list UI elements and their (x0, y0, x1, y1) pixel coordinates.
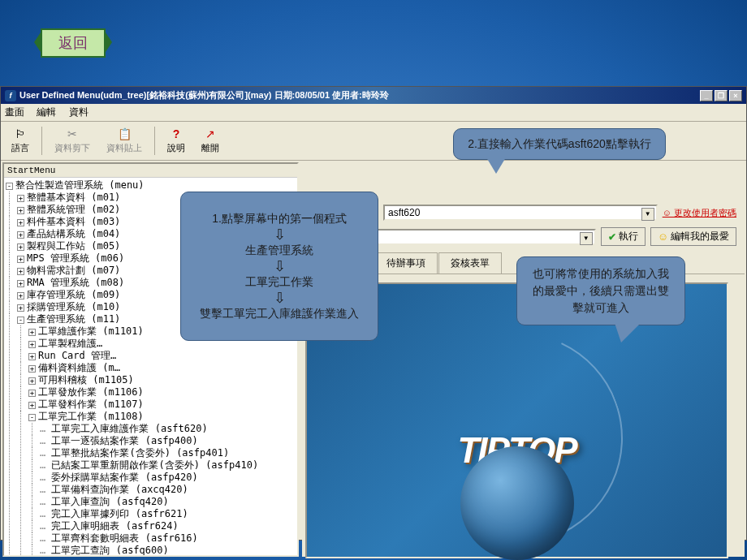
tree-label[interactable]: 工單備料查詢作業 (axcq420) (51, 484, 188, 495)
tree-label[interactable]: 工單齊料套數明細表 (asfr616) (51, 532, 197, 544)
tree-item: … 工單整批結案作業(含委外) (asfp401) (28, 447, 296, 459)
menu-data[interactable]: 資料 (69, 106, 89, 118)
menu-edit[interactable]: 編輯 (37, 106, 56, 118)
globe-icon (460, 446, 574, 560)
tree-label[interactable]: 工單維護作業 (m1101) (38, 325, 144, 337)
tree-label[interactable]: 工單完工入庫維護作業 (asft620) (51, 423, 207, 434)
expand-icon[interactable]: + (17, 256, 24, 263)
code-input[interactable]: asft620 (383, 205, 658, 221)
tree-item: +可用料稽核 (m1105) (17, 374, 296, 386)
tree-item: … 工單齊料套數明細表 (asfr616) (28, 532, 296, 545)
collapse-icon[interactable]: - (6, 183, 13, 190)
tree-item: … 完工入庫單據列印 (asfr621) (28, 508, 296, 520)
tree-label[interactable]: 工單一逐張結案作業 (asfp400) (51, 435, 197, 446)
expand-icon[interactable]: + (28, 341, 36, 348)
tree-item: +Run Card 管理… (17, 350, 296, 362)
tree-label[interactable]: 完工入庫單據列印 (asfr621) (51, 508, 188, 519)
tree-label[interactable]: 製程與工作站 (m05) (27, 240, 120, 252)
callout-2: 2.直接輸入作業代碼asft620點擊執行 (453, 128, 666, 160)
tree-label[interactable]: 料件基本資料 (m03) (27, 216, 120, 227)
exit-icon: ↗ (202, 127, 218, 140)
expand-icon[interactable]: + (28, 390, 36, 397)
app-icon: f (5, 90, 16, 101)
tree-header: StartMenu (4, 164, 297, 178)
tree-label[interactable]: 整體系統管理 (m02) (27, 204, 120, 215)
execute-button[interactable]: ✔執行 (601, 227, 646, 246)
tree-item: … 工單完工查詢 (asfq600) (28, 545, 296, 557)
expand-icon[interactable]: + (17, 219, 24, 226)
arrow-down-icon: ⇩ (274, 259, 286, 274)
tree-label[interactable]: 工單入庫查詢 (asfq420) (51, 496, 168, 507)
callout-3: 也可將常使用的系統加入我的最愛中，後續只需選出雙擊就可進入 (516, 256, 685, 325)
tree-item: +備料資料維護 (m… (17, 362, 296, 374)
callout-1: 1.點擊屏幕中的第一個程式 ⇩ 生產管理系統 ⇩ 工單完工作業 ⇩ 雙擊工單完工… (180, 192, 378, 341)
tree-label[interactable]: 採購管理系統 (m10) (27, 301, 120, 312)
tree-item: … 工單一逐張結案作業 (asfp400) (28, 435, 296, 447)
cut-button: ✂資料剪下 (47, 125, 97, 157)
tree-label[interactable]: 完工入庫明細表 (asfr624) (51, 520, 178, 532)
tree-label[interactable]: 庫存管理系統 (m09) (27, 289, 120, 300)
tree-label[interactable]: Run Card 管理… (38, 350, 116, 361)
help-button[interactable]: ?說明 (160, 125, 192, 157)
tab-approval[interactable]: 簽核表單 (438, 252, 502, 274)
tree-item: … 工單完工入庫維護作業 (asft620) (28, 423, 296, 435)
scissors-icon: ✂ (64, 127, 80, 140)
tree-label[interactable]: 工單完工查詢 (asfq600) (51, 545, 168, 556)
tree-label[interactable]: 委外採購單結案作業 (asfp420) (51, 472, 197, 483)
back-button[interactable]: 返回 (41, 28, 106, 58)
tree-item: +工單發料作業 (m1107) (17, 398, 296, 411)
tree-label[interactable]: 工單完工作業 (m1108) (38, 411, 144, 422)
tree-label[interactable]: 工單製程維護… (38, 338, 102, 349)
expand-icon[interactable]: + (28, 402, 36, 409)
flag-icon: 🏳 (12, 127, 28, 140)
expand-icon[interactable]: + (28, 365, 36, 373)
minimize-button[interactable]: _ (700, 90, 713, 101)
expand-icon[interactable]: + (17, 195, 24, 202)
help-icon: ? (168, 127, 184, 140)
tree-item: … 完工入庫明細表 (asfr624) (28, 520, 296, 532)
expand-icon[interactable]: + (17, 207, 24, 214)
paste-button: 📋資料貼上 (99, 125, 149, 157)
expand-icon[interactable]: + (28, 329, 36, 336)
tree-item: … 工單入庫查詢 (asfq420) (28, 496, 296, 508)
expand-icon[interactable]: + (28, 377, 36, 385)
collapse-icon[interactable]: - (17, 317, 24, 324)
maximize-button[interactable]: ❐ (715, 90, 728, 101)
tree-label[interactable]: 工單整批結案作業(含委外) (asfp401) (51, 447, 229, 459)
tree-label[interactable]: 生產管理系統 (m11) (27, 313, 120, 325)
titlebar-text: User Defined Menu(udm_tree)[銘裕科技(蘇州)有限公司… (19, 89, 389, 101)
tree-label[interactable]: 整體基本資料 (m01) (27, 192, 120, 203)
expand-icon[interactable]: + (17, 292, 24, 299)
expand-icon[interactable]: + (17, 231, 24, 239)
expand-icon[interactable]: + (17, 243, 24, 251)
tab-todo[interactable]: 待辦事項 (374, 252, 438, 274)
tree-label[interactable]: RMA 管理系統 (m08) (27, 277, 124, 288)
tree-label[interactable]: 備料資料維護 (m… (38, 362, 120, 373)
tree-item: … 已結案工單重新開啟作業(含委外) (asfp410) (28, 459, 296, 472)
tree-label[interactable]: 已結案工單重新開啟作業(含委外) (asfp410) (51, 459, 258, 471)
expand-icon[interactable]: + (17, 304, 24, 312)
tree-label[interactable]: MPS 管理系統 (m06) (27, 252, 124, 264)
menu-screen[interactable]: 畫面 (5, 106, 24, 118)
tree-item: +工單發放作業 (m1106) (17, 386, 296, 398)
tree-label[interactable]: 工單發料作業 (m1107) (38, 398, 144, 410)
close-button[interactable]: × (729, 90, 742, 101)
tree-label[interactable]: 工單發放作業 (m1106) (38, 386, 144, 398)
arrow-down-icon: ⇩ (274, 227, 286, 242)
tree-label[interactable]: 整合性製造管理系統 (menu) (15, 179, 145, 191)
clipboard-icon: 📋 (116, 127, 132, 140)
menubar: 畫面 編輯 資料 (1, 104, 746, 122)
collapse-icon[interactable]: - (28, 414, 36, 421)
expand-icon[interactable]: + (17, 268, 24, 275)
change-password-link[interactable]: ☺ 更改使用者密碼 (663, 207, 736, 219)
tree-label[interactable]: 可用料稽核 (m1105) (38, 374, 134, 386)
tree-item: … 工單備料查詢作業 (axcq420) (28, 484, 296, 496)
tree-label[interactable]: 產品結構系統 (m04) (27, 228, 120, 239)
edit-favorites-button[interactable]: ☺編輯我的最愛 (650, 227, 736, 246)
tree-label[interactable]: 物料需求計劃 (m07) (27, 265, 120, 276)
exit-button[interactable]: ↗離開 (194, 125, 227, 157)
lang-button[interactable]: 🏳語言 (4, 125, 37, 157)
expand-icon[interactable]: + (28, 353, 36, 360)
tree-item: … 委外採購單結案作業 (asfp420) (28, 472, 296, 484)
expand-icon[interactable]: + (17, 280, 24, 287)
